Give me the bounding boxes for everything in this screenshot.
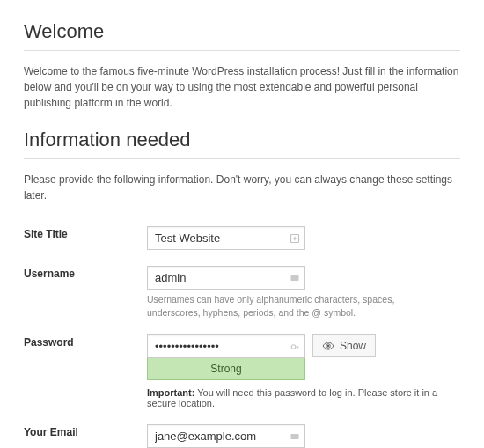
info-needed-heading: Information needed: [24, 129, 460, 151]
username-input[interactable]: [147, 266, 305, 290]
svg-point-3: [327, 345, 329, 347]
password-input[interactable]: [147, 334, 305, 358]
show-password-label: Show: [340, 340, 366, 352]
svg-rect-1: [291, 275, 299, 281]
email-input[interactable]: [147, 424, 305, 448]
email-label: Your Email: [24, 417, 147, 448]
username-label: Username: [24, 259, 147, 327]
key-icon: [290, 342, 300, 352]
site-title-label: Site Title: [24, 219, 147, 259]
autofill-icon: [290, 431, 300, 442]
info-desc: Please provide the following information…: [24, 172, 460, 203]
eye-icon: [322, 340, 334, 352]
password-important: Important: You will need this password t…: [147, 387, 460, 408]
welcome-intro: Welcome to the famous five-minute WordPr…: [24, 63, 460, 111]
show-password-button[interactable]: Show: [312, 334, 376, 357]
important-label: Important:: [147, 387, 194, 398]
svg-point-2: [291, 345, 296, 349]
divider: [24, 50, 460, 51]
form-table: Site Title Username Usernames can have o…: [24, 219, 460, 448]
divider: [24, 158, 460, 159]
install-panel: Welcome Welcome to the famous five-minut…: [4, 4, 480, 448]
site-title-input[interactable]: [147, 226, 305, 250]
svg-rect-4: [291, 434, 299, 439]
password-label: Password: [24, 327, 147, 417]
welcome-heading: Welcome: [24, 20, 460, 43]
password-strength: Strong: [147, 358, 305, 380]
autofill-icon: [290, 233, 300, 244]
autofill-icon: [290, 273, 300, 283]
username-hint: Usernames can have only alphanumeric cha…: [147, 293, 446, 319]
